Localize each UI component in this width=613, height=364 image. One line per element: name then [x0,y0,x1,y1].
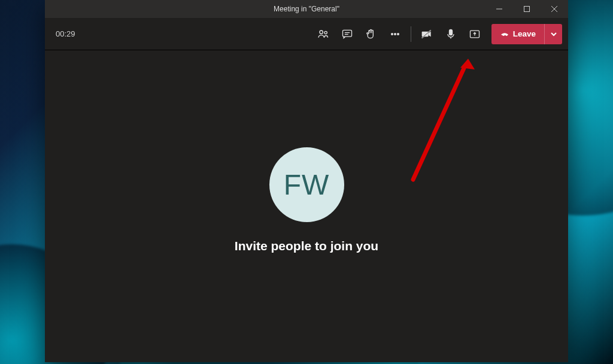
call-timer: 00:29 [56,29,75,38]
participants-icon [317,28,329,40]
participants-button[interactable] [311,22,335,46]
chevron-down-icon [551,31,557,37]
meeting-window: Meeting in "General" 00:29 [45,0,568,362]
svg-point-11 [397,33,399,35]
raise-hand-button[interactable] [359,22,383,46]
mic-toggle-button[interactable] [439,22,463,46]
meeting-stage: FW Invite people to join you [45,50,568,362]
avatar-initials: FW [284,168,330,201]
camera-off-icon [421,28,433,40]
svg-rect-6 [342,30,351,37]
share-screen-icon [469,28,481,40]
svg-point-9 [391,33,393,35]
titlebar: Meeting in "General" [45,0,568,18]
chat-button[interactable] [335,22,359,46]
participant-avatar: FW [269,147,344,222]
toolbar-separator [411,26,411,42]
leave-button[interactable]: Leave [491,24,544,44]
leave-control: Leave [491,24,562,44]
invite-prompt: Invite people to join you [235,239,378,253]
window-controls [485,0,568,18]
svg-point-5 [324,31,327,34]
camera-toggle-button[interactable] [415,22,439,46]
more-actions-button[interactable] [383,22,407,46]
maximize-button[interactable] [513,0,541,18]
share-screen-button[interactable] [463,22,487,46]
svg-rect-14 [449,29,452,35]
meeting-toolbar: 00:29 [45,18,568,50]
raise-hand-icon [365,28,377,40]
svg-rect-1 [524,7,530,12]
leave-menu-button[interactable] [544,24,562,44]
hangup-icon [500,29,509,39]
more-icon [389,28,401,40]
close-button[interactable] [541,0,568,18]
minimize-button[interactable] [485,0,513,18]
svg-point-4 [320,31,323,34]
maximize-icon [524,6,530,12]
close-icon [551,6,557,12]
minimize-icon [496,6,502,12]
mic-on-icon [445,28,457,40]
window-title: Meeting in "General" [274,5,339,13]
chat-icon [341,28,353,40]
svg-point-10 [394,33,396,35]
leave-label: Leave [513,29,536,38]
